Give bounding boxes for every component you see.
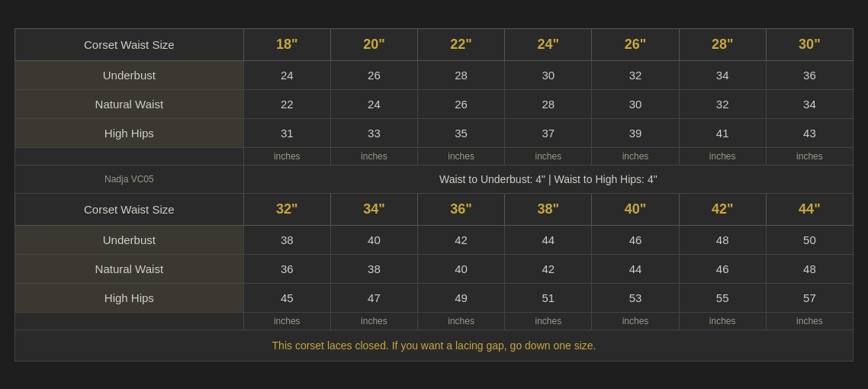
underbust-18: 24 xyxy=(243,60,330,89)
nw-38: 42 xyxy=(505,254,592,283)
header-row-2: Corset Waist Size 32" 34" 36" 38" 40" 42… xyxy=(15,193,854,225)
underbust-26: 32 xyxy=(592,60,679,89)
hh-24: 37 xyxy=(505,118,592,147)
inches-blank-2 xyxy=(15,312,244,330)
inches-row-2: inches inches inches inches inches inche… xyxy=(15,312,854,330)
underbust-38: 44 xyxy=(505,225,592,254)
inches-2-5: inches xyxy=(679,312,766,330)
inches-1-4: inches xyxy=(592,147,679,165)
inches-2-6: inches xyxy=(766,312,853,330)
hh-26: 39 xyxy=(592,118,679,147)
natural-waist-label-1: Natural Waist xyxy=(15,89,244,118)
high-hips-row-1: High Hips 31 33 35 37 39 41 43 xyxy=(15,118,854,147)
model-name: Nadja VC05 xyxy=(15,165,244,193)
corset-waist-size-label-2: Corset Waist Size xyxy=(15,193,244,225)
model-info-row: Nadja VC05 Waist to Underbust: 4" | Wais… xyxy=(15,165,854,193)
nw-44: 48 xyxy=(766,254,853,283)
nw-24: 28 xyxy=(505,89,592,118)
header-row-1: Corset Waist Size 18" 20" 22" 24" 26" 28… xyxy=(15,28,854,60)
inches-2-3: inches xyxy=(505,312,592,330)
hh-36: 49 xyxy=(418,283,505,312)
inches-1-6: inches xyxy=(766,147,853,165)
underbust-row-1: Underbust 24 26 28 30 32 34 36 xyxy=(15,60,854,89)
underbust-label-2: Underbust xyxy=(15,225,244,254)
size-20: 20" xyxy=(330,28,417,60)
inches-blank-1 xyxy=(15,147,244,165)
size-36: 36" xyxy=(418,193,505,225)
inches-1-5: inches xyxy=(679,147,766,165)
size-18: 18" xyxy=(243,28,330,60)
size-42: 42" xyxy=(679,193,766,225)
underbust-32: 38 xyxy=(243,225,330,254)
hh-38: 51 xyxy=(505,283,592,312)
size-26: 26" xyxy=(592,28,679,60)
underbust-40: 46 xyxy=(592,225,679,254)
footer-row: This corset laces closed. If you want a … xyxy=(15,330,854,361)
inches-row-1: inches inches inches inches inches inche… xyxy=(15,147,854,165)
hh-22: 35 xyxy=(418,118,505,147)
nw-36: 40 xyxy=(418,254,505,283)
high-hips-label-1: High Hips xyxy=(15,118,244,147)
hh-40: 53 xyxy=(592,283,679,312)
nw-42: 46 xyxy=(679,254,766,283)
natural-waist-row-2: Natural Waist 36 38 40 42 44 46 48 xyxy=(15,254,854,283)
underbust-22: 28 xyxy=(418,60,505,89)
underbust-28: 34 xyxy=(679,60,766,89)
footer-note: This corset laces closed. If you want a … xyxy=(15,330,854,361)
size-40: 40" xyxy=(592,193,679,225)
natural-waist-row-1: Natural Waist 22 24 26 28 30 32 34 xyxy=(15,89,854,118)
inches-2-2: inches xyxy=(418,312,505,330)
hh-30: 43 xyxy=(766,118,853,147)
hh-32: 45 xyxy=(243,283,330,312)
size-32: 32" xyxy=(243,193,330,225)
nw-30: 34 xyxy=(766,89,853,118)
natural-waist-label-2: Natural Waist xyxy=(15,254,244,283)
size-34: 34" xyxy=(330,193,417,225)
size-30: 30" xyxy=(766,28,853,60)
model-info-text: Waist to Underbust: 4" | Waist to High H… xyxy=(243,165,853,193)
nw-22: 26 xyxy=(418,89,505,118)
hh-28: 41 xyxy=(679,118,766,147)
hh-44: 57 xyxy=(766,283,853,312)
size-24: 24" xyxy=(505,28,592,60)
nw-40: 44 xyxy=(592,254,679,283)
underbust-row-2: Underbust 38 40 42 44 46 48 50 xyxy=(15,225,854,254)
corset-waist-size-label-1: Corset Waist Size xyxy=(15,28,244,60)
inches-1-0: inches xyxy=(243,147,330,165)
nw-26: 30 xyxy=(592,89,679,118)
underbust-label-1: Underbust xyxy=(15,60,244,89)
inches-1-3: inches xyxy=(505,147,592,165)
underbust-20: 26 xyxy=(330,60,417,89)
underbust-44: 50 xyxy=(766,225,853,254)
hh-42: 55 xyxy=(679,283,766,312)
size-22: 22" xyxy=(418,28,505,60)
nw-18: 22 xyxy=(243,89,330,118)
underbust-30: 36 xyxy=(766,60,853,89)
hh-20: 33 xyxy=(330,118,417,147)
underbust-42: 48 xyxy=(679,225,766,254)
underbust-24: 30 xyxy=(505,60,592,89)
nw-20: 24 xyxy=(330,89,417,118)
nw-34: 38 xyxy=(330,254,417,283)
underbust-36: 42 xyxy=(418,225,505,254)
hh-18: 31 xyxy=(243,118,330,147)
inches-2-1: inches xyxy=(330,312,417,330)
hh-34: 47 xyxy=(330,283,417,312)
inches-2-4: inches xyxy=(592,312,679,330)
high-hips-row-2: High Hips 45 47 49 51 53 55 57 xyxy=(15,283,854,312)
size-38: 38" xyxy=(505,193,592,225)
size-chart: Corset Waist Size 18" 20" 22" 24" 26" 28… xyxy=(14,28,854,362)
inches-2-0: inches xyxy=(243,312,330,330)
underbust-34: 40 xyxy=(330,225,417,254)
size-28: 28" xyxy=(679,28,766,60)
inches-1-2: inches xyxy=(418,147,505,165)
nw-28: 32 xyxy=(679,89,766,118)
high-hips-label-2: High Hips xyxy=(15,283,244,312)
nw-32: 36 xyxy=(243,254,330,283)
size-44: 44" xyxy=(766,193,853,225)
inches-1-1: inches xyxy=(330,147,417,165)
